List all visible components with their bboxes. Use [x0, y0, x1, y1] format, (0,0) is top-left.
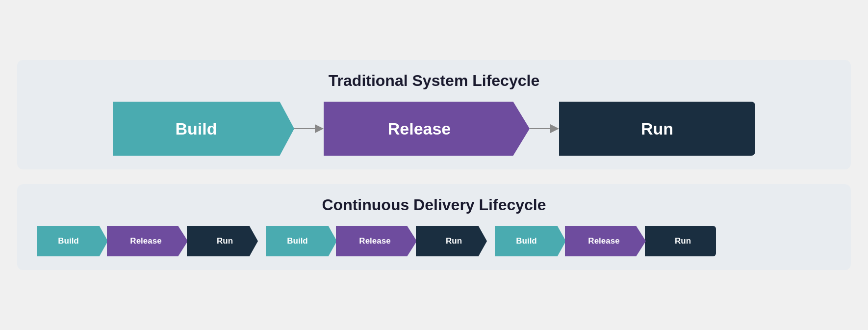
- cycle2-run: Run: [416, 226, 487, 256]
- cycle-1: Build Release Run: [37, 226, 258, 256]
- continuous-flow: Build Release Run Build Release Run: [37, 226, 831, 256]
- traditional-title: Traditional System Lifecycle: [37, 72, 831, 90]
- cycle1-release: Release: [107, 226, 188, 256]
- cycle3-build: Build: [495, 226, 566, 256]
- traditional-build-stage: Build: [113, 102, 294, 156]
- cycle3-run: Run: [645, 226, 716, 256]
- traditional-run-stage: Run: [559, 102, 755, 156]
- cycle1-run: Run: [187, 226, 258, 256]
- continuous-title: Continuous Delivery Lifecycle: [37, 196, 831, 214]
- cycle-2: Build Release Run: [266, 226, 487, 256]
- continuous-lifecycle-box: Continuous Delivery Lifecycle Build Rele…: [17, 184, 851, 270]
- traditional-flow: Build Release Run: [37, 102, 831, 156]
- cycle2-build: Build: [266, 226, 337, 256]
- traditional-release-stage: Release: [324, 102, 530, 156]
- cycle2-release: Release: [336, 226, 417, 256]
- cycle-3: Build Release Run: [495, 226, 716, 256]
- cycle1-build: Build: [37, 226, 108, 256]
- traditional-lifecycle-box: Traditional System Lifecycle Build Relea…: [17, 60, 851, 169]
- cycle3-release: Release: [565, 226, 646, 256]
